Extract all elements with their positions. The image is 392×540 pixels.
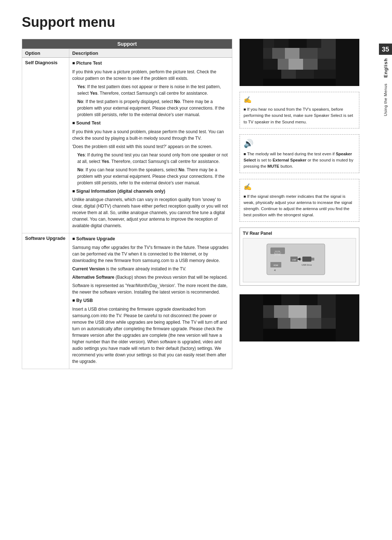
svg-rect-41	[274, 305, 289, 318]
tv-image-bottom	[240, 294, 359, 341]
sw-upgrade-alternative: Alternative Software (Backup) shows the …	[72, 274, 229, 281]
svg-rect-30	[311, 258, 314, 261]
section-title-signal: Signal Information (digital channels onl…	[72, 188, 229, 195]
svg-rect-37	[281, 294, 299, 305]
svg-rect-45	[263, 318, 278, 329]
svg-rect-43	[307, 305, 321, 318]
rear-panel-box: TV Rear Panel DIGITAL AUDIO OUT (OPTICAL…	[240, 228, 359, 286]
page-title: Support menu	[22, 15, 359, 30]
note-icon-2: 🔊	[244, 138, 355, 150]
svg-text:HDMI: HDMI	[274, 264, 278, 266]
svg-rect-1	[263, 39, 274, 48]
svg-rect-38	[299, 294, 318, 305]
using-menus-label: Using the Menus	[383, 83, 388, 116]
svg-rect-11	[263, 59, 278, 70]
note-icon-1: ✍	[244, 95, 355, 105]
svg-text:USB: USB	[292, 259, 296, 261]
svg-rect-9	[299, 48, 318, 59]
svg-rect-13	[289, 59, 303, 70]
note-text-2: The melody will be heard during the test…	[244, 151, 355, 170]
svg-rect-19	[314, 70, 336, 79]
svg-rect-16	[263, 70, 281, 79]
svg-rect-2	[274, 39, 289, 48]
sound-test-desc2: 'Does the problem still exist with this …	[72, 143, 229, 150]
svg-rect-20	[263, 79, 336, 86]
svg-rect-6	[263, 48, 272, 59]
svg-rect-44	[321, 305, 336, 318]
svg-rect-50	[263, 329, 336, 341]
option-self-diagnosis: Self Diagnosis	[22, 58, 69, 233]
side-labels: English Using the Menus	[379, 58, 392, 116]
note-box-3: ✍ If the signal strength meter indicates…	[240, 179, 359, 222]
svg-rect-36	[263, 294, 281, 305]
support-table: Support Option Description Self Diagnosi…	[22, 39, 232, 369]
sw-upgrade-current: Current Version is the software already …	[72, 266, 229, 272]
table-header-cell: Support	[22, 39, 232, 49]
rear-panel-diagram: DIGITAL AUDIO OUT (OPTICAL) USB USB Driv…	[243, 238, 356, 282]
svg-rect-39	[318, 294, 336, 305]
svg-text:4: 4	[274, 269, 276, 272]
signal-info-desc: Unlike analogue channels, which can vary…	[72, 196, 229, 229]
svg-rect-40	[263, 305, 274, 318]
sw-upgrade-format: Software is represented as 'Year/Month/D…	[72, 282, 229, 295]
svg-rect-42	[289, 305, 307, 318]
desc-software-upgrade: Software Upgrade Samsung may offer upgra…	[69, 233, 232, 369]
svg-rect-47	[290, 318, 307, 329]
by-usb-desc: Insert a USB drive containing the firmwa…	[72, 306, 229, 365]
svg-rect-18	[296, 70, 314, 79]
col-option-header: Option	[22, 49, 69, 58]
svg-rect-48	[307, 318, 321, 329]
table-header: Support	[22, 39, 232, 49]
svg-rect-15	[318, 59, 336, 70]
section-title-sound: Sound Test	[72, 120, 229, 127]
note-box-2: 🔊 The melody will be heard during the te…	[240, 134, 359, 173]
picture-test-desc1: If you think you have a picture problem,…	[72, 69, 229, 82]
table-row: Self Diagnosis Picture Test If you think…	[22, 58, 232, 233]
note-text-3: If the signal strength meter indicates t…	[244, 193, 355, 218]
tv-image-top	[240, 39, 359, 86]
content-area: Support Option Description Self Diagnosi…	[22, 39, 359, 369]
section-title-sw-upgrade: Software Upgrade	[72, 236, 229, 242]
desc-self-diagnosis: Picture Test If you think you have a pic…	[69, 58, 232, 233]
svg-rect-7	[272, 48, 285, 59]
svg-rect-49	[321, 318, 336, 329]
picture-test-no: No: If the test pattern is properly disp…	[72, 98, 229, 118]
right-panel: ✍ If you hear no sound from the TV's spe…	[240, 39, 359, 369]
sound-test-no: No: If you can hear sound from the speak…	[72, 167, 229, 186]
svg-rect-5	[321, 39, 336, 48]
option-software-upgrade: Software Upgrade	[22, 233, 69, 369]
sound-test-yes: Yes: If during the sound test you can he…	[72, 152, 229, 165]
col-headers: Option Description	[22, 49, 232, 58]
svg-text:DIGITAL: DIGITAL	[275, 250, 281, 252]
svg-rect-4	[307, 39, 321, 48]
rear-panel-title: TV Rear Panel	[243, 231, 356, 236]
svg-text:USB Drive: USB Drive	[302, 264, 312, 266]
picture-test-yes: Yes: If the test pattern does not appear…	[72, 83, 229, 97]
col-description-header: Description	[69, 49, 232, 58]
note-icon-3: ✍	[244, 182, 355, 192]
note-box-1: ✍ If you hear no sound from the TV's spe…	[240, 92, 359, 128]
sw-upgrade-desc1: Samsung may offer upgrades for the TV's …	[72, 244, 229, 264]
left-panel: Support Option Description Self Diagnosi…	[22, 39, 232, 369]
svg-text:(OPTICAL): (OPTICAL)	[274, 254, 281, 255]
page-number: 35	[379, 44, 392, 55]
svg-rect-46	[278, 318, 290, 329]
svg-rect-17	[281, 70, 296, 79]
svg-rect-14	[303, 59, 318, 70]
table-row: Software Upgrade Software Upgrade Samsun…	[22, 233, 232, 369]
section-title-picture: Picture Test	[72, 60, 229, 67]
svg-rect-29	[302, 257, 311, 262]
svg-rect-10	[318, 48, 336, 59]
sound-test-desc1: If you think you have a sound problem, p…	[72, 128, 229, 142]
svg-rect-3	[289, 39, 307, 48]
svg-rect-8	[285, 48, 299, 59]
svg-rect-12	[278, 59, 289, 70]
section-title-by-usb: By USB	[72, 297, 229, 304]
english-label: English	[383, 58, 388, 78]
note-text-1: If you hear no sound from the TV's speak…	[244, 106, 355, 125]
